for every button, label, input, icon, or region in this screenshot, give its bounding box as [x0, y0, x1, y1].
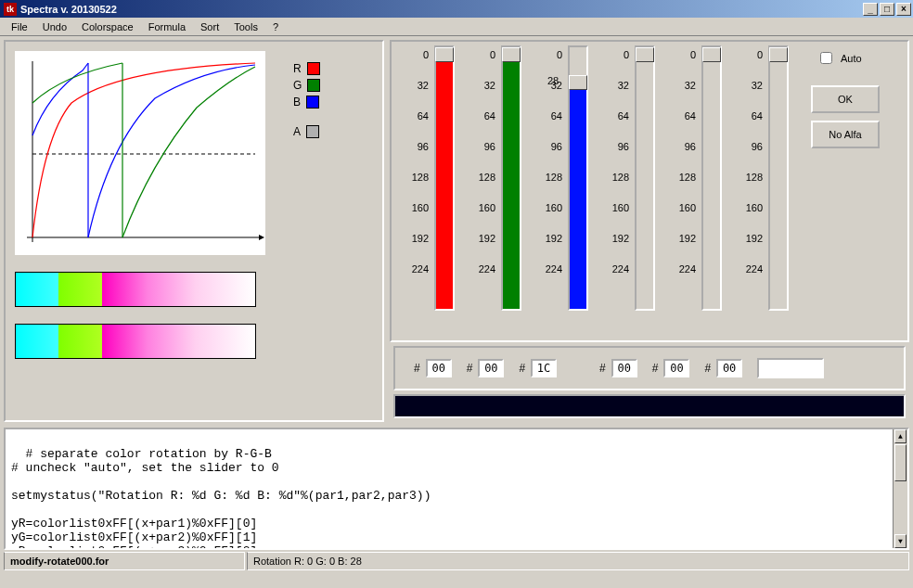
tick-label: 0: [533, 47, 568, 78]
tick-label: 96: [399, 139, 434, 170]
tick-label: 64: [399, 109, 434, 139]
app-icon: tk: [4, 3, 17, 16]
slider-thumb[interactable]: [636, 47, 654, 62]
slider-thumb[interactable]: [702, 47, 721, 62]
tick-label: 0: [466, 47, 501, 78]
tick-label: 160: [599, 200, 635, 231]
hex-field-1[interactable]: [426, 359, 452, 377]
legend: R G B A: [293, 58, 320, 142]
tick-label: 192: [399, 231, 434, 262]
tick-label: 96: [599, 139, 635, 170]
tick-label: 192: [599, 231, 635, 262]
legend-r-swatch: [307, 62, 320, 75]
slider-fill: [436, 55, 453, 309]
gradient-preview-2: [15, 324, 256, 359]
slider-track-c4[interactable]: [635, 45, 655, 311]
tick-label: 128: [533, 170, 568, 200]
hex-field-2[interactable]: [478, 359, 504, 377]
tick-label: 160: [666, 200, 701, 231]
slider-thumb[interactable]: [502, 47, 521, 62]
hex-field-3[interactable]: [531, 359, 557, 377]
menu-sort[interactable]: Sort: [193, 19, 226, 34]
hash-2: #: [467, 362, 473, 375]
scroll-thumb[interactable]: [894, 444, 907, 481]
slider-thumb[interactable]: [769, 47, 788, 62]
tick-label: 32: [466, 78, 501, 109]
hex-field-5[interactable]: [663, 359, 689, 377]
status-file: modify-rotate000.for: [4, 552, 245, 570]
tick-label: 224: [666, 262, 701, 292]
tick-label: 96: [733, 139, 768, 170]
close-button[interactable]: ×: [896, 3, 911, 16]
hash-3: #: [519, 362, 525, 375]
slider-fill: [503, 55, 520, 309]
tick-label: 160: [733, 200, 768, 231]
tick-label: 192: [466, 231, 501, 262]
tick-label: 0: [399, 47, 434, 78]
menu-bar: File Undo Colorspace Formula Sort Tools …: [0, 18, 913, 36]
tick-label: 192: [666, 231, 701, 262]
slider-fill: [570, 83, 586, 309]
chart-area: [15, 51, 265, 255]
tick-label: 224: [466, 262, 501, 292]
chart-panel: R G B A: [4, 40, 384, 422]
legend-g-swatch: [307, 79, 320, 92]
tick-label: 128: [666, 170, 701, 200]
tick-label: 128: [599, 170, 635, 200]
hex-field-4[interactable]: [611, 359, 637, 377]
tick-label: 192: [533, 231, 568, 262]
hash-4: #: [599, 362, 606, 375]
tick-label: 224: [399, 262, 434, 292]
slider-track-R[interactable]: [434, 45, 455, 311]
ok-button[interactable]: OK: [811, 85, 880, 113]
sliders-panel: 0326496128160192224032649612816019222403…: [390, 40, 909, 342]
tick-label: 160: [533, 200, 568, 231]
scroll-down-icon[interactable]: ▼: [894, 534, 907, 548]
legend-a-swatch: [306, 125, 319, 138]
tick-label: 0: [733, 47, 768, 78]
tick-label: 64: [733, 109, 768, 139]
hex-field-6[interactable]: [716, 359, 742, 377]
menu-colorspace[interactable]: Colorspace: [74, 19, 141, 34]
menu-tools[interactable]: Tools: [226, 19, 265, 34]
tick-label: 224: [599, 262, 635, 292]
menu-undo[interactable]: Undo: [35, 19, 74, 34]
slider-track-B[interactable]: 28: [568, 45, 588, 311]
noalfa-button[interactable]: No Alfa: [811, 121, 880, 148]
slider-thumb[interactable]: [435, 47, 454, 62]
slider-track-c6[interactable]: [768, 45, 789, 311]
slider-thumb[interactable]: [569, 75, 587, 90]
code-textarea[interactable]: # separate color rotation by R-G-B # unc…: [4, 428, 909, 550]
gradient-preview-1: [15, 272, 256, 307]
menu-help[interactable]: ?: [265, 19, 286, 34]
code-text: # separate color rotation by R-G-B # unc…: [11, 447, 431, 550]
svg-marker-2: [259, 235, 264, 240]
scroll-up-icon[interactable]: ▲: [894, 429, 907, 443]
status-message: Rotation R: 0 G: 0 B: 28: [247, 552, 909, 570]
menu-formula[interactable]: Formula: [141, 19, 193, 34]
slider-R: 0326496128160192224: [399, 45, 466, 324]
hash-6: #: [704, 362, 711, 375]
tick-label: 64: [599, 109, 635, 139]
tick-label: 32: [399, 78, 434, 109]
tick-label: 96: [533, 139, 568, 170]
maximize-button[interactable]: □: [880, 3, 894, 16]
slider-track-c5[interactable]: [701, 45, 722, 311]
legend-g-label: G: [293, 79, 302, 92]
slider-B: 032649612816019222428: [533, 45, 599, 324]
tick-label: 64: [466, 109, 501, 139]
tick-label: 128: [466, 170, 501, 200]
window-title: Spectra v. 20130522: [20, 4, 117, 15]
minimize-button[interactable]: _: [863, 3, 878, 16]
auto-checkbox-row[interactable]: Auto: [817, 49, 893, 67]
tick-label: 192: [733, 231, 768, 262]
slider-track-G[interactable]: [501, 45, 521, 311]
auto-checkbox[interactable]: [820, 52, 832, 64]
scrollbar-vertical[interactable]: ▲ ▼: [893, 429, 907, 548]
tick-label: 128: [399, 170, 434, 200]
tick-label: 32: [599, 78, 635, 109]
auto-label: Auto: [841, 53, 862, 64]
menu-file[interactable]: File: [4, 19, 35, 34]
slider-G: 0326496128160192224: [466, 45, 533, 324]
legend-r-label: R: [293, 62, 302, 75]
